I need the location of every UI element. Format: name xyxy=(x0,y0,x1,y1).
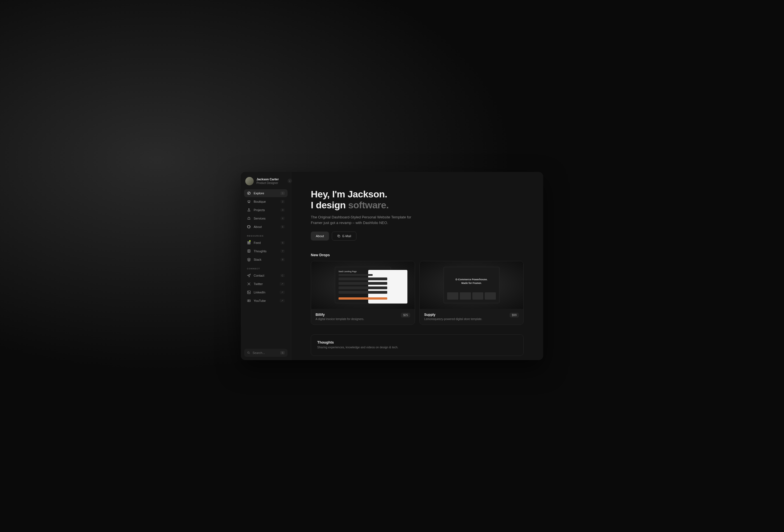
search-icon xyxy=(247,351,250,355)
external-link-icon: ↗ xyxy=(280,291,285,294)
avatar xyxy=(245,177,254,185)
card-price: $25 xyxy=(401,313,410,317)
nav-services[interactable]: Services 4 xyxy=(244,215,287,222)
nav-label: Projects xyxy=(254,208,278,212)
nav-label: Contact xyxy=(254,274,278,277)
profile-role: Product Designer xyxy=(256,181,279,185)
nav-stack[interactable]: Stack 8 xyxy=(244,256,287,263)
nav-label: Explore xyxy=(254,192,278,195)
svg-rect-8 xyxy=(249,243,250,244)
book-icon xyxy=(247,249,251,253)
svg-point-10 xyxy=(248,291,248,292)
hero-buttons: About E-Mail xyxy=(311,231,524,241)
nav-shortcut: 2 xyxy=(281,200,285,203)
search-placeholder: Search... xyxy=(253,351,265,355)
nav-label: Twitter xyxy=(254,282,277,286)
app-window: Jackson Carter Product Designer ‹ Explor… xyxy=(241,172,543,360)
nav-main: Explore 1 Boutique 2 Projects 3 Services… xyxy=(244,189,287,231)
nav-shortcut: 5 xyxy=(281,225,285,228)
sidebar-section-resources: RESOURCES xyxy=(244,231,287,239)
nav-shortcut: 1 xyxy=(281,192,285,195)
nav-connect: Contact C Twitter ↗ LinkedIn ↗ YouTube ↗ xyxy=(244,272,287,305)
card-title: Billify xyxy=(315,313,398,317)
card-preview: SaaS Landing Page xyxy=(311,261,415,309)
main-content: Hey, I'm Jackson. I design software. The… xyxy=(291,172,543,360)
thoughts-section: Thoughts Sharing experiences, knowledge … xyxy=(311,334,524,356)
sidebar-section-connect: CONNECT xyxy=(244,263,287,272)
nav-label: YouTube xyxy=(254,299,277,302)
github-icon xyxy=(247,225,251,229)
nav-shortcut: C xyxy=(280,274,285,277)
flask-icon xyxy=(247,208,251,212)
profile-name: Jackson Carter xyxy=(256,177,279,181)
nav-shortcut: 3 xyxy=(281,208,285,212)
svg-point-2 xyxy=(248,203,249,203)
nav-boutique[interactable]: Boutique 2 xyxy=(244,198,287,205)
layers-icon xyxy=(247,258,251,261)
nav-projects[interactable]: Projects 3 xyxy=(244,206,287,214)
mockup: SaaS Landing Page xyxy=(335,267,391,303)
thoughts-title: Thoughts xyxy=(317,340,517,344)
nav-resources: Feed 6 Thoughts 7 Stack 8 xyxy=(244,239,287,263)
linkedin-icon xyxy=(247,290,251,294)
drop-card-supply[interactable]: E-Commerce Powerhouse. Made for Framer. … xyxy=(419,261,524,325)
drops-grid: SaaS Landing Page Billify A digit xyxy=(311,261,524,325)
card-desc: Lemonsqueezy-powered digital store templ… xyxy=(424,317,506,320)
profile[interactable]: Jackson Carter Product Designer ‹ xyxy=(244,175,287,189)
send-icon xyxy=(247,274,251,278)
nav-contact[interactable]: Contact C xyxy=(244,272,287,279)
hero-subtitle: The Original Dashboard-Styled Personal W… xyxy=(311,215,423,225)
nav-label: LinkedIn xyxy=(254,291,277,294)
mockup: E-Commerce Powerhouse. Made for Framer. xyxy=(444,267,500,303)
external-link-icon: ↗ xyxy=(280,299,285,302)
svg-point-12 xyxy=(248,352,249,353)
nav-shortcut: 8 xyxy=(281,258,285,261)
svg-rect-5 xyxy=(248,241,249,243)
nav-label: Services xyxy=(254,217,278,220)
youtube-icon xyxy=(247,299,251,303)
email-button[interactable]: E-Mail xyxy=(332,231,357,241)
about-button[interactable]: About xyxy=(311,231,329,241)
svg-rect-7 xyxy=(248,243,249,244)
search-input[interactable]: Search... S xyxy=(244,349,287,357)
svg-rect-13 xyxy=(338,235,340,237)
compass-icon xyxy=(247,191,251,195)
copy-icon xyxy=(337,234,340,238)
nav-about[interactable]: About 5 xyxy=(244,223,287,231)
drop-card-billify[interactable]: SaaS Landing Page Billify A digit xyxy=(311,261,415,325)
nav-feed[interactable]: Feed 6 xyxy=(244,239,287,247)
external-link-icon: ↗ xyxy=(280,282,285,286)
card-price: $99 xyxy=(510,313,519,317)
card-desc: A digital invoice template for designers… xyxy=(315,317,398,320)
nav-youtube[interactable]: YouTube ↗ xyxy=(244,297,287,305)
nav-label: Stack xyxy=(254,258,278,261)
search-shortcut: S xyxy=(280,351,285,355)
nav-thoughts[interactable]: Thoughts 7 xyxy=(244,247,287,255)
thoughts-subtitle: Sharing experiences, knowledge and video… xyxy=(317,345,517,349)
chevron-left-icon: ‹ xyxy=(289,179,290,183)
nav-twitter[interactable]: Twitter ↗ xyxy=(244,280,287,288)
nav-shortcut: 6 xyxy=(281,241,285,245)
cart-icon xyxy=(247,200,251,203)
nav-label: About xyxy=(254,225,278,228)
nav-linkedin[interactable]: LinkedIn ↗ xyxy=(244,288,287,296)
nav-label: Thoughts xyxy=(254,250,278,253)
hero-title: Hey, I'm Jackson. I design software. xyxy=(311,189,524,211)
nav-shortcut: 4 xyxy=(281,217,285,220)
nav-explore[interactable]: Explore 1 xyxy=(244,189,287,197)
nav-label: Feed xyxy=(254,241,278,245)
x-icon xyxy=(247,282,251,286)
sidebar: Jackson Carter Product Designer ‹ Explor… xyxy=(241,172,291,360)
bell-icon xyxy=(247,217,251,220)
nav-shortcut: 7 xyxy=(281,250,285,253)
svg-marker-1 xyxy=(248,193,250,194)
collapse-sidebar-button[interactable]: ‹ xyxy=(287,179,292,183)
nav-label: Boutique xyxy=(254,200,278,203)
card-title: Supply xyxy=(424,313,506,317)
section-new-drops: New Drops xyxy=(311,253,524,257)
card-preview: E-Commerce Powerhouse. Made for Framer. xyxy=(420,261,523,309)
feed-status-dot xyxy=(249,240,251,242)
